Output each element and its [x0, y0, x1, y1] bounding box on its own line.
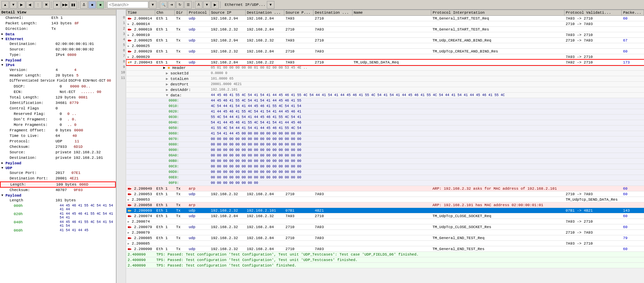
toolbar-btn-3[interactable]: ▶: [18, 1, 25, 9]
toolbar-btn-6[interactable]: ✖: [42, 1, 50, 9]
toolbar-btn-1[interactable]: ▲: [1, 1, 9, 9]
toolbar-btn-2[interactable]: ▼: [10, 1, 17, 9]
packet-row-4b[interactable]: ▶ 2.000029 7A93 -> 2710: [126, 54, 644, 60]
packet-row-1b[interactable]: ▶ 2.000014 2710 -> 7A93: [126, 21, 644, 27]
td-dir-arp2: Tx: [175, 202, 187, 208]
packet-row-arp1[interactable]: ■▶ 2.200049 Eth 1 Tx arp ARP: 192.168.2.…: [126, 186, 644, 191]
td-empty-5b: [155, 197, 564, 202]
td-srcp-6: 7A93: [284, 213, 313, 219]
td-pack-8b: [622, 241, 644, 246]
packet-row-6b[interactable]: ▶ 2.200074 7A93 -> 2710: [126, 219, 644, 224]
toolbar-btn-19[interactable]: ▶: [211, 1, 219, 9]
packet-row-6[interactable]: ■▶ 2.200074 Eth 1 Tx udp 192.168.2.84 19…: [126, 213, 644, 219]
col-header-srcp[interactable]: Source P...: [284, 10, 313, 16]
sub-row-socket[interactable]: ▶ socketId 0.0000 0: [126, 71, 644, 76]
packet-row-info1[interactable]: 2.400090 TPS: Passed: Test configuration…: [126, 252, 644, 257]
title-dropdown[interactable]: ▼: [267, 1, 274, 9]
toolbar-btn-18[interactable]: ▼: [203, 1, 211, 9]
detail-section-eth-payload[interactable]: ► Payload: [0, 58, 116, 63]
packet-row-8[interactable]: ■▶ 2.200085 Eth 1 Tx udp 192.168.2.32 19…: [126, 235, 644, 241]
toolbar-btn-10[interactable]: Δ: [80, 1, 88, 9]
col-header-pack[interactable]: Packe...: [622, 10, 644, 16]
toolbar-btn-4[interactable]: ◀: [26, 1, 34, 9]
col-header-src[interactable]: Source IP: [209, 10, 245, 16]
td-empty-3b: [155, 43, 621, 49]
packet-row-info3[interactable]: 2.400090 TPS: Passed: Test configuration…: [126, 263, 644, 268]
packet-row-selected[interactable]: ■▶ 2.200069 Eth 1 Tx udp 192.168.2.32 19…: [126, 208, 644, 213]
toolbar-btn-5[interactable]: ⋮: [34, 1, 42, 9]
td-interp-3: TM_Udp_CREATE_AND_BIND_Req: [431, 38, 564, 43]
packet-row-4[interactable]: ■▶ 2.000029 Eth 1 Tx udp 192.168.2.32 19…: [126, 49, 644, 54]
toolbar-btn-13[interactable]: 🔍: [160, 1, 167, 9]
detail-key-payload-len: Length: [10, 198, 54, 203]
toolbar-btn-14[interactable]: ➔: [168, 1, 175, 9]
packet-row-3[interactable]: ■▶ 2.000025 Eth 1 Tx udp 192.168.2.94 19…: [126, 38, 644, 43]
sep-4: [158, 1, 158, 8]
hex-td-addr-0: [126, 98, 155, 104]
detail-hex-udp-length: 006D: [79, 182, 88, 187]
packet-row-5b[interactable]: ▶ 2.200053 TM_UdpTcp_SEND_DATA_Res: [126, 197, 644, 202]
detail-section-ip-payload[interactable]: ► Payload: [0, 161, 116, 166]
packet-table-wrapper[interactable]: Time Chn Dir Protocol Source IP Destinat…: [126, 10, 644, 283]
detail-section-ipv4[interactable]: ▼ IPv4: [0, 63, 116, 68]
search-input[interactable]: [107, 1, 148, 8]
hex-td-addr-4: [126, 120, 155, 126]
packet-row-expanded[interactable]: ■▼ 2.200043 Eth 1 Tx udp 192.168.2.84 19…: [126, 60, 644, 65]
col-header-dstp[interactable]: Destination ...: [313, 10, 352, 16]
sub-row-destaddr[interactable]: ▶ destAddr: 192.168.2.101: [126, 87, 644, 93]
td-proto-5: udp: [187, 191, 210, 197]
detail-section-data[interactable]: ► Data: [0, 32, 116, 37]
sub-row-totlen[interactable]: ▶ totalLen 101.0000 65: [126, 76, 644, 82]
toolbar-btn-7[interactable]: ■: [53, 1, 61, 9]
packet-row-2[interactable]: ■▶ 2.000019 Eth 1 Tx udp 192.168.2.32 19…: [126, 27, 644, 32]
col-header-proto[interactable]: Protocol: [187, 10, 210, 16]
td-name-1: [352, 16, 431, 21]
toolbar-btn-17[interactable]: A: [195, 1, 202, 9]
td-dir-5: Tx: [175, 191, 187, 197]
col-header-time[interactable]: Time: [126, 10, 155, 16]
detail-section-udp[interactable]: ▼ UDP: [0, 166, 116, 170]
hex-td-label-10: 00A0:: [155, 153, 209, 158]
td-src-arp1: [209, 186, 245, 191]
hex-sub-0040: 0040: 54 41 44 45 46 41 55 4C 54 41 54 4…: [126, 120, 644, 126]
col-header-interp[interactable]: Protocol Interpretation: [431, 10, 564, 16]
packet-row-2b[interactable]: ▶ 2.000019 7A93 -> 2710: [126, 32, 644, 38]
detail-val-dst-mac: 02:00:00:00:01:01: [55, 42, 94, 47]
td-chn-arp2: Eth 1: [155, 202, 175, 208]
packet-row-arp2[interactable]: ■▶ 2.200058 Eth 1 Tx arp ARP: 192.168.2.…: [126, 202, 644, 208]
sub-row-data[interactable]: ▼ data: 44 45 46 41 55 4C 54 41 54 41 44…: [126, 93, 644, 98]
toolbar-btn-12[interactable]: ■: [97, 1, 104, 9]
col-header-dir[interactable]: Dir: [175, 10, 187, 16]
toolbar-btn-8[interactable]: ▶▶: [61, 1, 69, 9]
sub-row-header[interactable]: ► ■ Header 05 01 00 00 00 00 00 01 00 02…: [126, 65, 644, 71]
packet-row-9[interactable]: ■▶ 2.200090 Eth 1 Tx udp 192.168.2.32 19…: [126, 246, 644, 252]
search-dropdown[interactable]: ▼: [149, 1, 157, 9]
packet-row-1[interactable]: ■▶ 2.000014 Eth 1 Tx udp 192.168.2.94 19…: [126, 16, 644, 21]
packet-row-3b[interactable]: ▶ 2.000025: [126, 43, 644, 49]
col-header-dst[interactable]: Destination ...: [245, 10, 284, 16]
packet-row-7[interactable]: ■▶ 2.200079 Eth 1 Tx udp 192.168.2.32 19…: [126, 224, 644, 230]
td-valid-9: [564, 246, 621, 252]
td-srcp-arp2: [284, 202, 313, 208]
col-header-name[interactable]: Name: [352, 10, 431, 16]
detail-section-ethernet[interactable]: ▼ Ethernet: [0, 37, 116, 42]
toolbar-btn-9[interactable]: ▮▮: [70, 1, 77, 9]
packet-row-8b[interactable]: ▶ 2.200085 7A93 -> 2710: [126, 241, 644, 246]
sd-val-s: 0.0000 0: [209, 71, 564, 76]
detail-section-udp-payload[interactable]: ▼ Payload: [0, 193, 116, 198]
detail-row-dport: Destination Port: 20001 4E21: [0, 176, 116, 181]
td-chn-4: Eth 1: [155, 49, 175, 54]
toolbar-btn-15[interactable]: ↻: [176, 1, 184, 9]
sub-row-destport[interactable]: ▶ destPort 20001.0000 4E21: [126, 82, 644, 87]
packet-row-7b[interactable]: ▶ 2.200079 2710 -> 7A93: [126, 230, 644, 235]
toolbar-btn-16[interactable]: ☰: [184, 1, 192, 9]
toolbar-btn-11[interactable]: ■: [88, 1, 96, 9]
td-dst-1: 192.168.2.84: [245, 16, 284, 21]
packet-row-info2[interactable]: 2.400090 TPS: Passed: Test configuration…: [126, 257, 644, 263]
col-header-chn[interactable]: Chn: [155, 10, 175, 16]
packet-row-5[interactable]: ■▶ 2.200053 Eth 1 Tx udp 192.168.2.32 19…: [126, 191, 644, 197]
td-empty-8b: [155, 241, 564, 246]
hex-td-addr-8: [126, 142, 155, 148]
hex-bytes-0: 44 45 46 41 55 4C 54 41 54 41 44: [60, 204, 114, 211]
col-header-valid[interactable]: Protocol Validati...: [564, 10, 621, 16]
